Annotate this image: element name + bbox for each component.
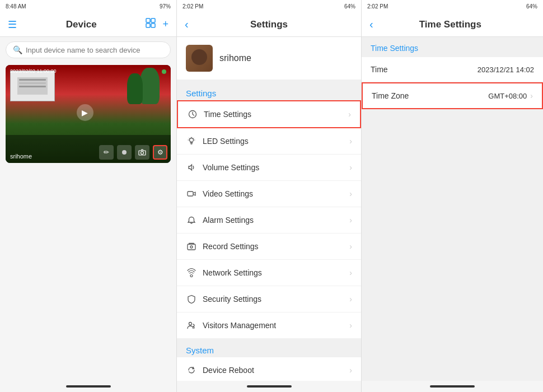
status-bar-right: 2:02 PM 64% <box>362 0 543 12</box>
app-title: Device <box>66 19 97 30</box>
svg-point-11 <box>189 323 192 325</box>
settings-item-network[interactable]: Network Settings › <box>177 260 361 286</box>
video-settings-arrow: › <box>349 189 352 198</box>
right-panel: 2:02 PM 64% ‹ Time Settings Time Setting… <box>362 0 543 392</box>
time-settings-arrow: › <box>348 110 351 119</box>
time-row: Time 2023/12/21 14:02 <box>362 57 543 82</box>
volume-settings-icon <box>186 162 197 173</box>
camera-label: srihome <box>10 153 32 160</box>
system-item-reboot[interactable]: Device Reboot › <box>177 357 361 381</box>
grid-view-icon[interactable] <box>146 18 156 31</box>
reboot-icon <box>186 365 197 376</box>
record-dot-icon[interactable] <box>117 145 132 160</box>
video-settings-label: Video Settings <box>203 189 349 198</box>
avatar <box>186 45 213 72</box>
alarm-settings-icon <box>186 214 197 226</box>
visitors-settings-label: Visitors Management <box>203 321 349 330</box>
svg-rect-0 <box>146 18 150 22</box>
time-settings-icon <box>187 109 198 120</box>
status-battery-mid: 64% <box>344 3 355 10</box>
visitors-settings-arrow: › <box>349 321 352 330</box>
security-settings-arrow: › <box>349 295 352 304</box>
system-list: Device Reboot › Device Update v9.30.1 › … <box>177 357 361 381</box>
settings-item-time[interactable]: Time Settings › <box>177 100 361 128</box>
svg-rect-8 <box>188 192 193 196</box>
system-section-label: System <box>177 339 361 357</box>
status-time-right: 2:02 PM <box>367 3 388 10</box>
camera-controls: ✏ ⚙ <box>99 145 167 160</box>
settings-section-label: Settings <box>177 84 361 100</box>
timezone-value-container: GMT+08:00 › <box>488 91 533 100</box>
svg-rect-2 <box>146 24 150 27</box>
status-bar-mid: 2:02 PM 64% <box>177 0 361 12</box>
status-bar-left: 8:48 AM 97% <box>0 0 176 12</box>
home-indicator-left <box>0 381 176 392</box>
online-indicator <box>162 69 166 74</box>
time-label: Time <box>371 65 388 74</box>
settings-item-visitors[interactable]: Visitors Management › <box>177 312 361 339</box>
settings-item-alarm[interactable]: Alarm Settings › <box>177 207 361 234</box>
right-title: Time Settings <box>379 19 522 30</box>
add-device-icon[interactable]: + <box>162 18 168 30</box>
volume-settings-label: Volume Settings <box>203 163 349 172</box>
reboot-label: Device Reboot <box>203 366 349 375</box>
time-settings-content: Time Settings Time 2023/12/21 14:02 Time… <box>362 37 543 109</box>
svg-point-10 <box>190 246 193 248</box>
back-button-right[interactable]: ‹ <box>369 18 373 31</box>
time-settings-card: Time 2023/12/21 14:02 Time Zone GMT+08:0… <box>362 57 543 109</box>
security-settings-label: Security Settings <box>203 295 349 304</box>
settings-item-volume[interactable]: Volume Settings › <box>177 155 361 181</box>
led-settings-arrow: › <box>349 137 352 146</box>
right-panel-empty <box>362 109 543 381</box>
network-settings-label: Network Settings <box>203 268 349 277</box>
visitors-settings-icon <box>186 320 197 331</box>
time-section-label: Time Settings <box>362 37 543 57</box>
status-time-mid: 2:02 PM <box>182 3 203 10</box>
gear-icon[interactable]: ⚙ <box>153 145 167 160</box>
profile-section: srihome <box>177 37 361 80</box>
video-settings-icon <box>186 188 197 199</box>
settings-item-record[interactable]: Record Settings › <box>177 234 361 260</box>
network-settings-arrow: › <box>349 268 352 277</box>
left-panel: 8:48 AM 97% ☰ Device + 🔍 <box>0 0 177 392</box>
status-time-left: 8:48 AM <box>6 3 26 10</box>
menu-icon[interactable]: ☰ <box>8 18 17 31</box>
settings-item-video[interactable]: Video Settings › <box>177 181 361 207</box>
alarm-settings-arrow: › <box>349 216 352 225</box>
camera-timestamp: 2023/02/02 11:00:00 <box>10 68 57 74</box>
timezone-value: GMT+08:00 <box>488 92 527 100</box>
svg-point-5 <box>141 152 144 155</box>
settings-item-led[interactable]: LED Settings › <box>177 128 361 155</box>
home-indicator-mid <box>177 381 361 392</box>
security-settings-icon <box>186 293 197 305</box>
status-battery-right: 64% <box>526 3 537 10</box>
username-label: srihome <box>219 53 251 63</box>
app-header: ☰ Device + <box>0 12 176 37</box>
settings-list: Time Settings › LED Settings › Volume Se… <box>177 100 361 339</box>
back-button-mid[interactable]: ‹ <box>185 18 189 31</box>
header-right-icons: + <box>146 18 168 31</box>
alarm-settings-label: Alarm Settings <box>203 216 349 225</box>
mid-title: Settings <box>250 19 288 30</box>
search-bar[interactable]: 🔍 <box>6 41 171 58</box>
search-icon: 🔍 <box>13 45 22 54</box>
timezone-label: Time Zone <box>372 91 409 100</box>
svg-rect-9 <box>188 244 195 250</box>
search-input[interactable] <box>26 46 163 54</box>
camera-feed[interactable]: ▶ 2023/02/02 11:00:00 srihome ✏ ⚙ <box>6 65 171 163</box>
right-header: ‹ Time Settings <box>362 12 543 37</box>
snapshot-icon[interactable] <box>135 145 149 160</box>
home-indicator-right <box>362 381 543 392</box>
left-panel-empty <box>0 165 176 381</box>
timezone-arrow: › <box>530 91 533 100</box>
time-value: 2023/12/21 14:02 <box>478 66 534 74</box>
edit-cam-icon[interactable]: ✏ <box>99 145 114 160</box>
svg-rect-1 <box>151 18 155 22</box>
settings-item-security[interactable]: Security Settings › <box>177 286 361 312</box>
time-settings-label: Time Settings <box>204 110 348 119</box>
volume-settings-arrow: › <box>349 163 352 172</box>
reboot-arrow: › <box>349 366 352 375</box>
svg-rect-3 <box>151 24 155 27</box>
mid-header: ‹ Settings <box>177 12 361 37</box>
timezone-row[interactable]: Time Zone GMT+08:00 › <box>362 82 543 109</box>
